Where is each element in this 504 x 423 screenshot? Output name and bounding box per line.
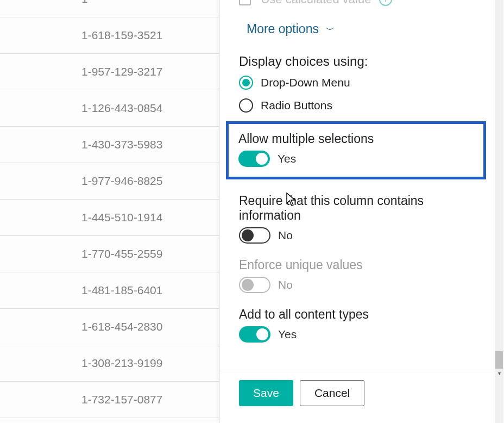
content-types-state: Yes bbox=[278, 328, 297, 341]
list-item[interactable]: 1-977-946-8825 bbox=[0, 163, 219, 200]
more-options-toggle[interactable]: More options ﹀ bbox=[247, 22, 475, 36]
save-button[interactable]: Save bbox=[239, 380, 293, 406]
list-item[interactable]: 1-618-454-2830 bbox=[0, 309, 219, 345]
list-item[interactable]: 1- bbox=[0, 0, 219, 17]
allow-multiple-toggle[interactable] bbox=[238, 151, 270, 167]
display-choices-label: Display choices using: bbox=[239, 54, 475, 69]
enforce-unique-title: Enforce unique values bbox=[239, 258, 475, 272]
enforce-unique-toggle bbox=[239, 277, 270, 293]
list-item[interactable]: 1-126-443-0854 bbox=[0, 90, 219, 127]
panel-footer: Save Cancel bbox=[219, 370, 495, 423]
cancel-button[interactable]: Cancel bbox=[300, 380, 364, 406]
list-item[interactable]: 1-957-129-3217 bbox=[0, 54, 219, 90]
info-icon[interactable]: i bbox=[379, 0, 392, 6]
radio-dropdown-menu[interactable]: Drop-Down Menu bbox=[239, 76, 475, 90]
require-info-toggle[interactable] bbox=[239, 227, 270, 244]
require-info-state: No bbox=[278, 229, 293, 242]
list-item[interactable]: 1-770-455-2559 bbox=[0, 236, 219, 272]
radio-icon bbox=[239, 76, 253, 90]
list-item[interactable]: 1-618-159-3521 bbox=[0, 17, 219, 54]
radio-icon bbox=[239, 98, 253, 113]
use-calculated-checkbox[interactable] bbox=[239, 0, 251, 5]
allow-multiple-highlight: Allow multiple selections Yes bbox=[226, 121, 486, 179]
enforce-unique-state: No bbox=[278, 278, 293, 291]
allow-multiple-title: Allow multiple selections bbox=[238, 132, 474, 146]
list-item[interactable]: 1-481-185-6401 bbox=[0, 272, 219, 309]
list-item[interactable]: 1-732-157-0877 bbox=[0, 382, 219, 418]
column-settings-panel: Use calculated value i More options ﹀ Di… bbox=[219, 0, 495, 423]
content-types-title: Add to all content types bbox=[239, 307, 475, 322]
content-types-toggle[interactable] bbox=[239, 326, 270, 343]
list-item[interactable]: 1-308-213-9199 bbox=[0, 345, 219, 382]
background-phone-list: 1- 1-618-159-3521 1-957-129-3217 1-126-4… bbox=[0, 0, 219, 418]
scrollbar-down-icon[interactable]: ▾ bbox=[495, 369, 503, 377]
chevron-down-icon: ﹀ bbox=[325, 24, 335, 35]
radio-label: Radio Buttons bbox=[261, 99, 332, 112]
scrollbar-thumb[interactable] bbox=[495, 351, 503, 369]
list-item[interactable]: 1-430-373-5983 bbox=[0, 127, 219, 163]
scrollbar[interactable]: ▾ bbox=[495, 0, 503, 423]
more-options-label: More options bbox=[247, 22, 319, 36]
allow-multiple-state: Yes bbox=[278, 152, 296, 165]
require-info-title: Require that this column contains inform… bbox=[239, 194, 475, 223]
list-item[interactable]: 1-445-510-1914 bbox=[0, 200, 219, 236]
radio-label: Drop-Down Menu bbox=[261, 76, 350, 89]
use-calculated-label: Use calculated value bbox=[261, 0, 371, 6]
panel-body: Use calculated value i More options ﹀ Di… bbox=[219, 0, 495, 375]
radio-radio-buttons[interactable]: Radio Buttons bbox=[239, 98, 475, 113]
